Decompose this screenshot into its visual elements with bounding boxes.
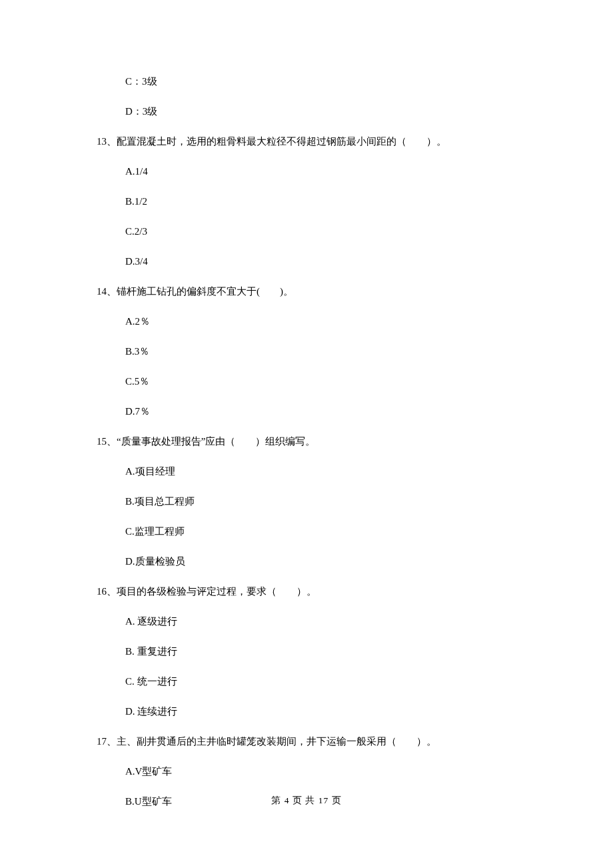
question-14: 14、锚杆施工钻孔的偏斜度不宜大于( )。 — [97, 287, 520, 317]
option-a: A. 逐级进行 — [97, 617, 520, 647]
question-stem: 15、“质量事故处理报告”应由（ ）组织编写。 — [97, 437, 315, 447]
question-17: 17、主、副井贯通后的主井临时罐笼改装期间，井下运输一般采用（ ）。 — [97, 737, 520, 767]
option-c: C.2/3 — [97, 227, 520, 257]
option-text: A.项目经理 — [125, 467, 175, 477]
option-text: C.5％ — [125, 377, 149, 387]
option-text: D.3/4 — [125, 257, 148, 267]
option-text: C.2/3 — [125, 227, 147, 237]
page-footer: 第 4 页 共 17 页 — [0, 796, 613, 805]
question-stem: 13、配置混凝土时，选用的粗骨料最大粒径不得超过钢筋最小间距的（ ）。 — [97, 137, 446, 147]
question-stem: 17、主、副井贯通后的主井临时罐笼改装期间，井下运输一般采用（ ）。 — [97, 737, 436, 747]
option-c: C. 统一进行 — [97, 677, 520, 707]
option-text: B.项目总工程师 — [125, 497, 195, 507]
option-d: D：3级 — [97, 107, 520, 137]
option-text: C. 统一进行 — [125, 677, 177, 687]
option-text: D.质量检验员 — [125, 557, 185, 567]
footer-text: 第 4 页 共 17 页 — [271, 795, 341, 805]
option-b: B. 重复进行 — [97, 647, 520, 677]
option-d: D.7％ — [97, 407, 520, 437]
option-text: C.监理工程师 — [125, 527, 185, 537]
question-15: 15、“质量事故处理报告”应由（ ）组织编写。 — [97, 437, 520, 467]
option-text: A.2％ — [125, 317, 150, 327]
option-text: A.V型矿车 — [125, 767, 172, 777]
option-text: D.7％ — [125, 407, 150, 417]
option-text: A.1/4 — [125, 167, 148, 177]
option-d: D.3/4 — [97, 257, 520, 287]
option-text: A. 逐级进行 — [125, 617, 177, 627]
option-a: A.2％ — [97, 317, 520, 347]
option-b: B.项目总工程师 — [97, 497, 520, 527]
option-a: A.V型矿车 — [97, 767, 520, 797]
option-b: B.1/2 — [97, 197, 520, 227]
option-d: D.质量检验员 — [97, 557, 520, 587]
option-text: B.3％ — [125, 347, 149, 357]
option-text: B.1/2 — [125, 197, 147, 207]
option-d: D. 连续进行 — [97, 707, 520, 737]
option-text: C：3级 — [125, 77, 157, 87]
content-area: C：3级 D：3级 13、配置混凝土时，选用的粗骨料最大粒径不得超过钢筋最小间距… — [97, 77, 520, 826]
option-c: C.5％ — [97, 377, 520, 407]
option-a: A.项目经理 — [97, 467, 520, 497]
option-text: D. 连续进行 — [125, 707, 177, 717]
page: C：3级 D：3级 13、配置混凝土时，选用的粗骨料最大粒径不得超过钢筋最小间距… — [0, 0, 613, 868]
option-c: C.监理工程师 — [97, 527, 520, 557]
question-stem: 16、项目的各级检验与评定过程，要求（ ）。 — [97, 587, 316, 597]
option-c: C：3级 — [97, 77, 520, 107]
question-13: 13、配置混凝土时，选用的粗骨料最大粒径不得超过钢筋最小间距的（ ）。 — [97, 137, 520, 167]
question-16: 16、项目的各级检验与评定过程，要求（ ）。 — [97, 587, 520, 617]
question-stem: 14、锚杆施工钻孔的偏斜度不宜大于( )。 — [97, 287, 293, 297]
option-text: B. 重复进行 — [125, 647, 177, 657]
option-text: D：3级 — [125, 107, 157, 117]
option-b: B.3％ — [97, 347, 520, 377]
option-a: A.1/4 — [97, 167, 520, 197]
